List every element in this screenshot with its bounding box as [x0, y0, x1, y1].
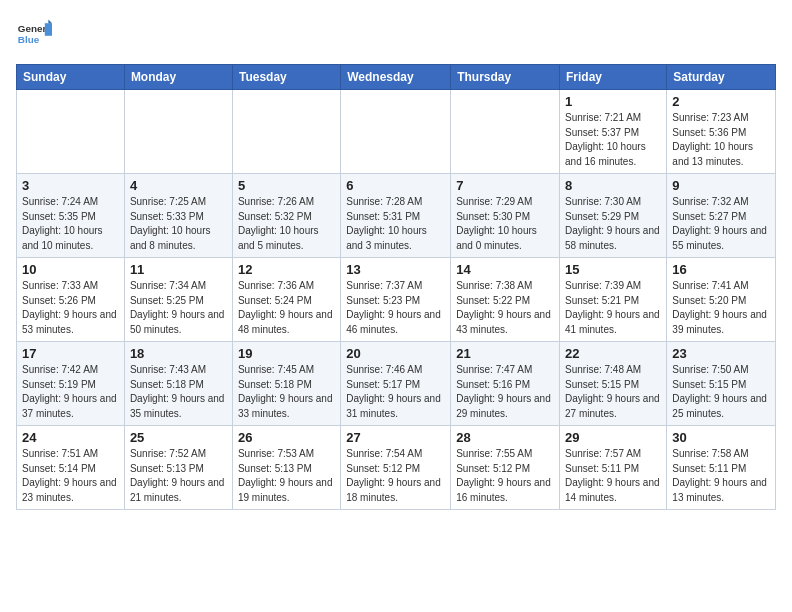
day-info: Sunrise: 7:52 AM Sunset: 5:13 PM Dayligh… — [130, 447, 227, 505]
svg-marker-3 — [48, 20, 52, 24]
day-info: Sunrise: 7:24 AM Sunset: 5:35 PM Dayligh… — [22, 195, 119, 253]
calendar-cell: 19Sunrise: 7:45 AM Sunset: 5:18 PM Dayli… — [232, 342, 340, 426]
day-info: Sunrise: 7:53 AM Sunset: 5:13 PM Dayligh… — [238, 447, 335, 505]
day-info: Sunrise: 7:25 AM Sunset: 5:33 PM Dayligh… — [130, 195, 227, 253]
calendar-cell — [451, 90, 560, 174]
day-number: 28 — [456, 430, 554, 445]
calendar-cell: 6Sunrise: 7:28 AM Sunset: 5:31 PM Daylig… — [341, 174, 451, 258]
day-number: 3 — [22, 178, 119, 193]
day-info: Sunrise: 7:32 AM Sunset: 5:27 PM Dayligh… — [672, 195, 770, 253]
weekday-header-monday: Monday — [124, 65, 232, 90]
weekday-header-thursday: Thursday — [451, 65, 560, 90]
day-info: Sunrise: 7:46 AM Sunset: 5:17 PM Dayligh… — [346, 363, 445, 421]
day-number: 6 — [346, 178, 445, 193]
calendar-cell: 13Sunrise: 7:37 AM Sunset: 5:23 PM Dayli… — [341, 258, 451, 342]
calendar-cell: 18Sunrise: 7:43 AM Sunset: 5:18 PM Dayli… — [124, 342, 232, 426]
day-info: Sunrise: 7:26 AM Sunset: 5:32 PM Dayligh… — [238, 195, 335, 253]
day-info: Sunrise: 7:50 AM Sunset: 5:15 PM Dayligh… — [672, 363, 770, 421]
svg-text:Blue: Blue — [18, 34, 40, 45]
day-number: 19 — [238, 346, 335, 361]
day-info: Sunrise: 7:34 AM Sunset: 5:25 PM Dayligh… — [130, 279, 227, 337]
day-number: 21 — [456, 346, 554, 361]
page-header: General Blue — [16, 16, 776, 52]
calendar-cell: 2Sunrise: 7:23 AM Sunset: 5:36 PM Daylig… — [667, 90, 776, 174]
day-info: Sunrise: 7:37 AM Sunset: 5:23 PM Dayligh… — [346, 279, 445, 337]
weekday-header-saturday: Saturday — [667, 65, 776, 90]
calendar-cell: 8Sunrise: 7:30 AM Sunset: 5:29 PM Daylig… — [560, 174, 667, 258]
day-info: Sunrise: 7:45 AM Sunset: 5:18 PM Dayligh… — [238, 363, 335, 421]
calendar: SundayMondayTuesdayWednesdayThursdayFrid… — [16, 64, 776, 510]
day-number: 1 — [565, 94, 661, 109]
calendar-cell: 5Sunrise: 7:26 AM Sunset: 5:32 PM Daylig… — [232, 174, 340, 258]
logo-icon: General Blue — [16, 16, 52, 52]
calendar-cell — [232, 90, 340, 174]
day-number: 23 — [672, 346, 770, 361]
day-number: 11 — [130, 262, 227, 277]
day-number: 9 — [672, 178, 770, 193]
weekday-header-tuesday: Tuesday — [232, 65, 340, 90]
calendar-cell: 11Sunrise: 7:34 AM Sunset: 5:25 PM Dayli… — [124, 258, 232, 342]
day-number: 7 — [456, 178, 554, 193]
day-number: 27 — [346, 430, 445, 445]
calendar-cell: 12Sunrise: 7:36 AM Sunset: 5:24 PM Dayli… — [232, 258, 340, 342]
day-number: 18 — [130, 346, 227, 361]
day-number: 4 — [130, 178, 227, 193]
calendar-cell: 17Sunrise: 7:42 AM Sunset: 5:19 PM Dayli… — [17, 342, 125, 426]
day-info: Sunrise: 7:29 AM Sunset: 5:30 PM Dayligh… — [456, 195, 554, 253]
calendar-cell: 28Sunrise: 7:55 AM Sunset: 5:12 PM Dayli… — [451, 426, 560, 510]
day-info: Sunrise: 7:30 AM Sunset: 5:29 PM Dayligh… — [565, 195, 661, 253]
calendar-header-row: SundayMondayTuesdayWednesdayThursdayFrid… — [17, 65, 776, 90]
calendar-cell: 10Sunrise: 7:33 AM Sunset: 5:26 PM Dayli… — [17, 258, 125, 342]
calendar-cell — [124, 90, 232, 174]
day-number: 29 — [565, 430, 661, 445]
calendar-cell: 4Sunrise: 7:25 AM Sunset: 5:33 PM Daylig… — [124, 174, 232, 258]
day-info: Sunrise: 7:23 AM Sunset: 5:36 PM Dayligh… — [672, 111, 770, 169]
calendar-cell: 26Sunrise: 7:53 AM Sunset: 5:13 PM Dayli… — [232, 426, 340, 510]
weekday-header-sunday: Sunday — [17, 65, 125, 90]
calendar-cell: 14Sunrise: 7:38 AM Sunset: 5:22 PM Dayli… — [451, 258, 560, 342]
calendar-week-4: 17Sunrise: 7:42 AM Sunset: 5:19 PM Dayli… — [17, 342, 776, 426]
day-number: 22 — [565, 346, 661, 361]
calendar-cell: 16Sunrise: 7:41 AM Sunset: 5:20 PM Dayli… — [667, 258, 776, 342]
day-info: Sunrise: 7:43 AM Sunset: 5:18 PM Dayligh… — [130, 363, 227, 421]
day-number: 10 — [22, 262, 119, 277]
calendar-cell: 1Sunrise: 7:21 AM Sunset: 5:37 PM Daylig… — [560, 90, 667, 174]
day-number: 12 — [238, 262, 335, 277]
svg-marker-2 — [45, 23, 52, 36]
weekday-header-wednesday: Wednesday — [341, 65, 451, 90]
calendar-week-3: 10Sunrise: 7:33 AM Sunset: 5:26 PM Dayli… — [17, 258, 776, 342]
calendar-week-5: 24Sunrise: 7:51 AM Sunset: 5:14 PM Dayli… — [17, 426, 776, 510]
day-info: Sunrise: 7:54 AM Sunset: 5:12 PM Dayligh… — [346, 447, 445, 505]
day-info: Sunrise: 7:41 AM Sunset: 5:20 PM Dayligh… — [672, 279, 770, 337]
calendar-cell: 23Sunrise: 7:50 AM Sunset: 5:15 PM Dayli… — [667, 342, 776, 426]
day-number: 17 — [22, 346, 119, 361]
calendar-cell: 15Sunrise: 7:39 AM Sunset: 5:21 PM Dayli… — [560, 258, 667, 342]
calendar-week-2: 3Sunrise: 7:24 AM Sunset: 5:35 PM Daylig… — [17, 174, 776, 258]
calendar-cell — [17, 90, 125, 174]
day-info: Sunrise: 7:28 AM Sunset: 5:31 PM Dayligh… — [346, 195, 445, 253]
calendar-cell: 9Sunrise: 7:32 AM Sunset: 5:27 PM Daylig… — [667, 174, 776, 258]
weekday-header-friday: Friday — [560, 65, 667, 90]
calendar-cell: 7Sunrise: 7:29 AM Sunset: 5:30 PM Daylig… — [451, 174, 560, 258]
day-number: 2 — [672, 94, 770, 109]
day-info: Sunrise: 7:51 AM Sunset: 5:14 PM Dayligh… — [22, 447, 119, 505]
day-number: 8 — [565, 178, 661, 193]
day-number: 14 — [456, 262, 554, 277]
day-info: Sunrise: 7:36 AM Sunset: 5:24 PM Dayligh… — [238, 279, 335, 337]
day-info: Sunrise: 7:33 AM Sunset: 5:26 PM Dayligh… — [22, 279, 119, 337]
day-number: 30 — [672, 430, 770, 445]
day-number: 5 — [238, 178, 335, 193]
day-number: 15 — [565, 262, 661, 277]
calendar-cell: 21Sunrise: 7:47 AM Sunset: 5:16 PM Dayli… — [451, 342, 560, 426]
day-info: Sunrise: 7:42 AM Sunset: 5:19 PM Dayligh… — [22, 363, 119, 421]
calendar-cell: 3Sunrise: 7:24 AM Sunset: 5:35 PM Daylig… — [17, 174, 125, 258]
day-number: 25 — [130, 430, 227, 445]
day-number: 16 — [672, 262, 770, 277]
day-info: Sunrise: 7:55 AM Sunset: 5:12 PM Dayligh… — [456, 447, 554, 505]
day-info: Sunrise: 7:39 AM Sunset: 5:21 PM Dayligh… — [565, 279, 661, 337]
calendar-cell: 27Sunrise: 7:54 AM Sunset: 5:12 PM Dayli… — [341, 426, 451, 510]
logo: General Blue — [16, 16, 52, 52]
calendar-cell — [341, 90, 451, 174]
calendar-cell: 20Sunrise: 7:46 AM Sunset: 5:17 PM Dayli… — [341, 342, 451, 426]
calendar-cell: 29Sunrise: 7:57 AM Sunset: 5:11 PM Dayli… — [560, 426, 667, 510]
